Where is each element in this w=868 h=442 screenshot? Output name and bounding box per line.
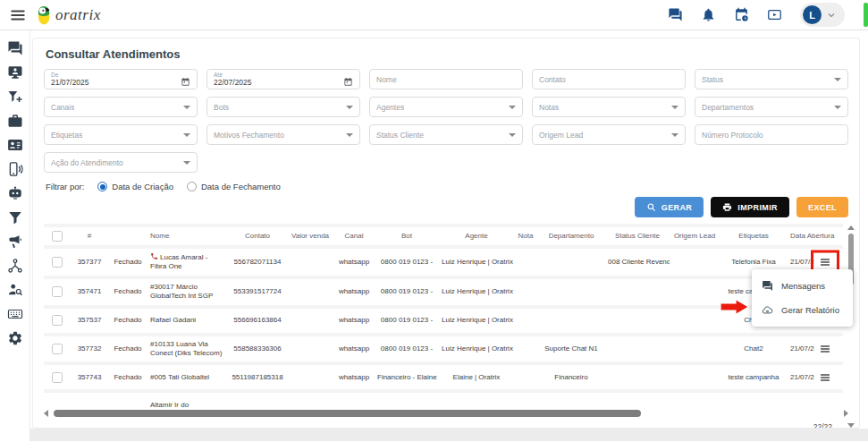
- row-checkbox[interactable]: [52, 257, 63, 268]
- filter-n-mero-protocolo[interactable]: Número Protocolo: [695, 124, 848, 145]
- consultar-atendimentos-card: Consultar Atendimentos De21/07/2025Até22…: [32, 38, 860, 429]
- cell-checkbox: [44, 283, 71, 301]
- cell-etiquetas: Chat2: [720, 341, 788, 357]
- filter-notas[interactable]: Notas: [532, 97, 686, 117]
- calendar-icon[interactable]: [343, 74, 353, 84]
- scroll-up-arrow-icon[interactable]: [847, 225, 855, 230]
- filter-a-o-do-atendimento[interactable]: Ação do Atendimento: [44, 152, 198, 173]
- row-checkbox[interactable]: [52, 344, 63, 354]
- bell-icon[interactable]: [701, 7, 716, 22]
- filter-de[interactable]: De21/07/2025: [44, 69, 198, 89]
- horizontal-scrollbar[interactable]: [44, 409, 848, 418]
- sidebar-workflow-icon[interactable]: [7, 258, 23, 274]
- col-header-status: [108, 233, 147, 240]
- col-header-departamento: Departamento: [537, 228, 605, 244]
- cell-status: Fechado: [108, 341, 147, 357]
- field-placeholder: Motivos Fechamento: [214, 131, 284, 140]
- sidebar-filter-plus-icon[interactable]: [7, 89, 23, 105]
- gerar-button[interactable]: GERAR: [635, 197, 704, 217]
- row-checkbox[interactable]: [52, 315, 63, 326]
- chat-icon[interactable]: [668, 7, 683, 22]
- cell-nota: [514, 402, 537, 408]
- scroll-right-arrow-icon[interactable]: [844, 410, 848, 417]
- sidebar-person-search-icon[interactable]: [7, 282, 23, 298]
- cell-nota: [514, 317, 537, 324]
- row-actions-button[interactable]: [814, 253, 836, 270]
- cell-agente: Luiz Henrique | Oratrix: [439, 284, 514, 300]
- cell-contato: 553391517724: [228, 284, 287, 300]
- cell-canal: whatsapp: [333, 370, 375, 386]
- sidebar-keyboard-icon[interactable]: [7, 306, 23, 322]
- cell-origem: [670, 259, 720, 266]
- filter-motivos-fechamento[interactable]: Motivos Fechamento: [206, 124, 360, 145]
- filter-status-cliente[interactable]: Status Cliente: [369, 124, 523, 145]
- menu-item-gerar-relat-rio[interactable]: Gerar Relatório: [752, 298, 853, 322]
- filter-canais[interactable]: Canais: [44, 97, 198, 117]
- oratrix-logo: oratrix: [36, 4, 101, 26]
- cell-bot: 0800 019 0123 -: [375, 312, 439, 328]
- cell-status: Fechado: [108, 312, 147, 328]
- filter-contato[interactable]: Contato: [532, 69, 686, 89]
- radio-data-de-cria-o[interactable]: Data de Criação: [97, 182, 173, 191]
- phone-icon: [150, 252, 158, 260]
- sidebar-gear-icon[interactable]: [7, 330, 23, 346]
- filter-nome[interactable]: Nome: [369, 69, 523, 89]
- sidebar-robot-icon[interactable]: [7, 185, 23, 201]
- vertical-scrollbar[interactable]: [847, 225, 855, 428]
- cell-valor: [287, 288, 333, 295]
- sidebar-filter-icon[interactable]: [7, 209, 23, 225]
- user-menu[interactable]: L: [800, 3, 845, 27]
- cell-departamento: [537, 402, 605, 408]
- sidebar-megaphone-icon[interactable]: [7, 234, 23, 250]
- filter-departamentos[interactable]: Departamentos: [695, 97, 848, 117]
- filter-origem-lead[interactable]: Origem Lead: [532, 124, 686, 145]
- row-checkbox[interactable]: [52, 286, 63, 297]
- calendar-icon[interactable]: [181, 74, 190, 84]
- filter-etiquetas[interactable]: Etiquetas: [44, 124, 198, 145]
- cell-bot: 0800 019 0123 -: [375, 254, 439, 270]
- select-all-checkbox[interactable]: [52, 231, 63, 242]
- filter-bots[interactable]: Bots: [206, 97, 360, 117]
- avatar: L: [803, 5, 822, 24]
- excel-button[interactable]: EXCEL: [796, 197, 848, 217]
- video-icon[interactable]: [767, 7, 782, 22]
- sidebar-briefcase-icon[interactable]: [7, 113, 23, 129]
- scroll-left-arrow-icon[interactable]: [44, 410, 48, 417]
- radio-data-de-fechamento[interactable]: Data de Fechamento: [187, 182, 281, 191]
- sidebar-contact-card-icon[interactable]: [7, 137, 23, 153]
- filter-at[interactable]: Até22/07/2025: [206, 69, 360, 89]
- cell-status_cliente: [605, 288, 670, 295]
- filter-status[interactable]: Status: [695, 69, 848, 89]
- col-header-status_cliente: Status Cliente: [605, 228, 670, 244]
- cell-status_cliente: [605, 402, 670, 408]
- button-label: IMPRIMIR: [737, 203, 778, 212]
- calendar-clock-icon[interactable]: [734, 7, 749, 22]
- status-edge-bar: [864, 3, 868, 27]
- cell-agente: Luiz Henrique | Oratrix: [439, 341, 514, 357]
- row-actions-button[interactable]: [814, 369, 836, 386]
- cell-nota: [514, 259, 537, 266]
- scroll-down-arrow-icon[interactable]: [847, 423, 855, 428]
- cell-nota: [514, 345, 537, 353]
- field-placeholder: Canais: [51, 103, 74, 112]
- menu-icon[interactable]: [7, 4, 29, 26]
- row-checkbox[interactable]: [52, 372, 63, 383]
- field-placeholder: Agentes: [376, 103, 404, 112]
- radio-circle-icon[interactable]: [97, 182, 107, 191]
- cell-origem: [670, 317, 720, 324]
- filter-agentes[interactable]: Agentes: [369, 97, 523, 117]
- sidebar-screen-share-icon[interactable]: [7, 64, 23, 81]
- radio-circle-icon[interactable]: [187, 182, 197, 191]
- sidebar: [0, 30, 30, 441]
- horizontal-scroll-thumb[interactable]: [54, 410, 641, 417]
- pagination-count: 22/22: [44, 418, 848, 429]
- menu-item-mensagens[interactable]: Mensagens: [752, 274, 853, 298]
- row-actions-button[interactable]: [814, 340, 836, 357]
- sidebar-phone-speaker-icon[interactable]: [7, 161, 23, 177]
- cell-agente: [439, 402, 514, 408]
- annotation-arrow: [721, 299, 750, 315]
- sidebar-chat-icon[interactable]: [7, 40, 23, 56]
- cell-id: 357377: [71, 254, 108, 270]
- imprimir-button[interactable]: IMPRIMIR: [711, 197, 789, 217]
- col-header-etiquetas: Etiquetas: [720, 228, 788, 244]
